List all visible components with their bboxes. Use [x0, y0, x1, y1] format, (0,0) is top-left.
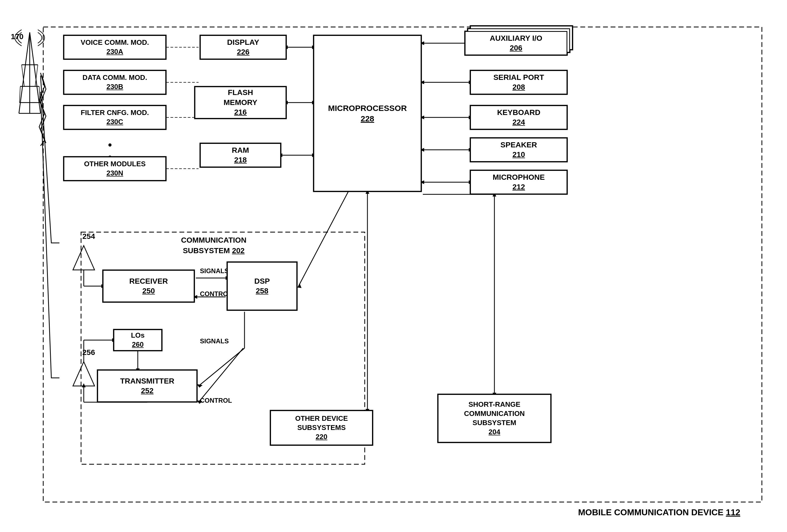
speaker-box: SPEAKER 210 — [470, 138, 567, 162]
display-box: DISPLAY 226 — [200, 35, 286, 59]
tower-ref-label: 170 — [11, 32, 23, 41]
svg-line-70 — [198, 348, 244, 386]
flash-memory-box: FLASHMEMORY 216 — [194, 86, 286, 119]
svg-line-11 — [19, 86, 20, 103]
outer-device-label: MOBILE COMMUNICATION DEVICE 112 — [578, 507, 740, 517]
signals-top-label: SIGNALS — [200, 267, 229, 275]
comm-subsystem-label: COMMUNICATIONSUBSYSTEM 202 — [181, 235, 247, 256]
transmitter-box: TRANSMITTER252 — [97, 370, 197, 402]
signals-bottom-label: SIGNALS — [200, 337, 229, 345]
svg-line-3 — [19, 32, 30, 113]
keyboard-box: KEYBOARD 224 — [470, 105, 567, 130]
auxiliary-io-box: AUXILIARY I/O 206 — [465, 31, 567, 56]
svg-marker-64 — [297, 284, 301, 288]
svg-line-12 — [39, 86, 40, 103]
antenna-top-ref: 254 — [82, 232, 95, 241]
ram-box: RAM 218 — [200, 143, 281, 167]
dsp-box: DSP258 — [227, 262, 297, 310]
filter-cnfg-mod-box: FILTER CNFG. MOD. 230C — [63, 105, 166, 130]
svg-line-9 — [22, 65, 24, 86]
microphone-box: MICROPHONE 212 — [470, 170, 567, 194]
control-bottom-label: CONTROL — [200, 397, 232, 404]
svg-marker-87 — [82, 383, 86, 387]
svg-line-72 — [198, 348, 243, 402]
voice-comm-mod-box: VOICE COMM. MOD. 230A — [63, 35, 166, 59]
data-comm-mod-box: DATA COMM. MOD. 230B — [63, 70, 166, 94]
svg-line-10 — [35, 65, 38, 86]
serial-port-box: SERIAL PORT 208 — [470, 70, 567, 94]
short-range-comm-box: SHORT-RANGECOMMUNICATIONSUBSYSTEM 204 — [438, 394, 551, 443]
other-device-subsystems-box: OTHER DEVICESUBSYSTEMS 220 — [270, 410, 373, 445]
lightning-bolt-top — [41, 75, 60, 243]
svg-marker-74 — [73, 246, 94, 270]
svg-marker-78 — [73, 362, 94, 386]
svg-marker-71 — [197, 384, 203, 387]
los-box: LOs 260 — [113, 329, 162, 351]
tower-icon — [15, 30, 45, 113]
receiver-box: RECEIVER250 — [103, 270, 194, 302]
svg-line-4 — [30, 32, 41, 113]
other-modules-box: OTHER MODULES 230N — [63, 157, 166, 181]
lightning-bolt-bottom — [41, 92, 60, 378]
diagram-container: 170 VOICE COMM. MOD. 230A DATA COMM. MOD… — [11, 11, 775, 518]
antenna-bottom-ref: 256 — [82, 348, 95, 357]
microprocessor-box: MICROPROCESSOR228 — [313, 35, 422, 192]
